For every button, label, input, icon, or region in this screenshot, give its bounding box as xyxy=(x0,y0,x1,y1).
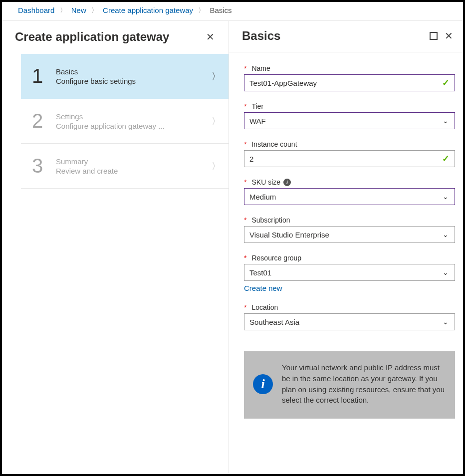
select-value: Visual Studio Enterprise xyxy=(249,231,329,239)
subscription-label: * Subscription xyxy=(244,216,455,224)
step-title: Basics xyxy=(56,67,212,76)
required-icon: * xyxy=(244,140,246,148)
maximize-icon[interactable] xyxy=(430,32,438,40)
name-input[interactable]: Test01-AppGateway ✓ xyxy=(244,74,455,91)
breadcrumb-current: Basics xyxy=(210,6,232,14)
info-icon[interactable]: i xyxy=(283,179,291,186)
breadcrumb-link-dashboard[interactable]: Dashboard xyxy=(18,6,54,14)
step-description: Configure application gateway ... xyxy=(56,122,212,130)
close-icon[interactable]: ✕ xyxy=(445,30,453,42)
step-number: 3 xyxy=(32,155,56,177)
info-notice: i Your virtual network and public IP add… xyxy=(244,351,455,419)
location-label: * Location xyxy=(244,303,455,311)
select-value: Test01 xyxy=(249,268,271,277)
resource-group-select[interactable]: Test01 ⌄ xyxy=(244,264,455,281)
instance-count-label: * Instance count xyxy=(244,140,455,148)
sku-size-select[interactable]: Medium ⌄ xyxy=(244,188,455,205)
wizard-step-settings[interactable]: 2 Settings Configure application gateway… xyxy=(21,99,229,144)
label-text: Subscription xyxy=(251,216,290,224)
required-icon: * xyxy=(244,64,246,72)
chevron-down-icon: ⌄ xyxy=(443,117,449,125)
required-icon: * xyxy=(244,303,246,311)
info-notice-text: Your virtual network and public IP addre… xyxy=(282,362,446,406)
input-value: Test01-AppGateway xyxy=(249,79,317,87)
input-value: 2 xyxy=(249,155,253,163)
checkmark-icon: ✓ xyxy=(442,153,450,164)
chevron-right-icon: 〉 xyxy=(60,6,66,14)
chevron-right-icon: 〉 xyxy=(212,115,221,127)
required-icon: * xyxy=(244,178,246,186)
breadcrumb-link-new[interactable]: New xyxy=(71,6,86,14)
label-text: Location xyxy=(251,303,278,311)
step-title: Settings xyxy=(56,112,212,121)
label-text: Tier xyxy=(251,102,263,110)
create-new-link[interactable]: Create new xyxy=(244,284,282,292)
breadcrumb-link-create-application-gateway[interactable]: Create application gateway xyxy=(103,6,193,14)
form-title: Basics xyxy=(242,29,280,43)
select-value: Medium xyxy=(249,193,276,201)
chevron-down-icon: ⌄ xyxy=(443,193,449,201)
wizard-step-summary[interactable]: 3 Summary Review and create 〉 xyxy=(21,144,229,189)
info-icon: i xyxy=(253,374,273,394)
label-text: Name xyxy=(251,64,270,72)
step-description: Review and create xyxy=(56,167,212,175)
wizard-title: Create application gateway xyxy=(15,30,169,44)
label-text: Resource group xyxy=(251,254,301,262)
wizard-steps-panel: Create application gateway ✕ 1 Basics Co… xyxy=(2,21,229,473)
instance-count-input[interactable]: 2 ✓ xyxy=(244,150,455,167)
subscription-select[interactable]: Visual Studio Enterprise ⌄ xyxy=(244,226,455,243)
close-icon[interactable]: ✕ xyxy=(202,29,219,45)
required-icon: * xyxy=(244,102,246,110)
step-title: Summary xyxy=(56,157,212,166)
sku-size-label: * SKU size i xyxy=(244,178,455,186)
required-icon: * xyxy=(244,254,246,262)
chevron-right-icon: 〉 xyxy=(212,70,221,82)
select-value: Southeast Asia xyxy=(249,318,299,326)
chevron-down-icon: ⌄ xyxy=(443,318,449,326)
tier-select[interactable]: WAF ⌄ xyxy=(244,112,455,129)
wizard-step-basics[interactable]: 1 Basics Configure basic settings 〉 xyxy=(21,54,229,99)
label-text: Instance count xyxy=(251,140,297,148)
label-text: SKU size xyxy=(251,178,280,186)
required-icon: * xyxy=(244,216,246,224)
chevron-down-icon: ⌄ xyxy=(443,268,449,276)
name-label: * Name xyxy=(244,64,455,72)
step-number: 1 xyxy=(32,65,56,87)
select-value: WAF xyxy=(249,117,266,125)
location-select[interactable]: Southeast Asia ⌄ xyxy=(244,313,455,330)
resource-group-label: * Resource group xyxy=(244,254,455,262)
chevron-right-icon: 〉 xyxy=(91,6,98,14)
breadcrumb: Dashboard 〉 New 〉 Create application gat… xyxy=(2,2,463,20)
checkmark-icon: ✓ xyxy=(442,77,450,88)
step-description: Configure basic settings xyxy=(56,77,212,85)
chevron-right-icon: 〉 xyxy=(198,6,205,14)
chevron-down-icon: ⌄ xyxy=(443,231,449,238)
step-number: 2 xyxy=(32,110,56,132)
chevron-right-icon: 〉 xyxy=(212,160,221,172)
tier-label: * Tier xyxy=(244,102,455,110)
form-panel: Basics ✕ * Name Test01-AppGateway ✓ xyxy=(229,21,463,473)
